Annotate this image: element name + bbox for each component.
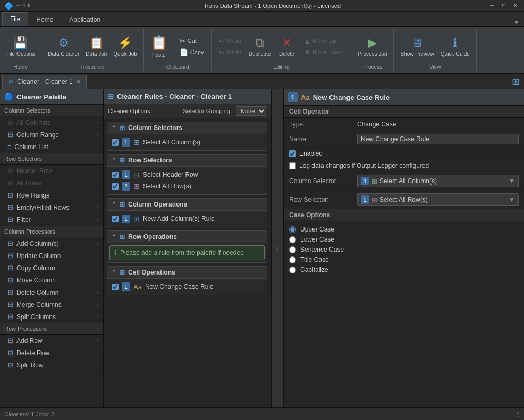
info-icon: ℹ bbox=[114, 248, 117, 257]
palette-item-column-list[interactable]: ≡ Column List › bbox=[0, 141, 103, 153]
palette-item-all-rows[interactable]: ⊞ All Rows › bbox=[0, 177, 103, 189]
doc-tab-close[interactable]: ✕ bbox=[76, 79, 81, 85]
rule-section-cell-operations: ⌃ ⊞ Cell Operations 1 Aa New Change Case… bbox=[107, 266, 267, 295]
data-job-button[interactable]: 📋 Data Job bbox=[83, 35, 109, 58]
ribbon-expand-icon[interactable]: ▼ bbox=[513, 19, 524, 26]
palette-title: Cleaner Palette bbox=[16, 93, 66, 101]
minimize-button[interactable]: ─ bbox=[488, 2, 496, 10]
column-list-icon: ≡ bbox=[7, 143, 12, 151]
palette-item-add-columns[interactable]: ⊟ Add Column(s) › bbox=[0, 237, 103, 250]
process-job-button[interactable]: ▶ Process Job bbox=[356, 35, 389, 58]
move-column-label: Move Column bbox=[16, 277, 56, 284]
palette-item-column-range[interactable]: ⊟ Column Range › bbox=[0, 128, 103, 141]
redo-button[interactable]: ↪ Redo bbox=[216, 47, 244, 57]
add-columns-label: Add Column(s) bbox=[16, 240, 59, 247]
delete-button[interactable]: ✕ Delete bbox=[275, 35, 298, 58]
props-name-input[interactable] bbox=[357, 134, 519, 144]
title-case-label: Title Case bbox=[300, 256, 329, 263]
lower-case-radio[interactable] bbox=[289, 236, 296, 243]
rule-section-col-selectors-header[interactable]: ⌃ ⊞ Column Selectors bbox=[107, 122, 267, 134]
cut-button[interactable]: ✂ Cut bbox=[176, 36, 207, 46]
palette-item-merge-columns[interactable]: ⊟ Merge Columns › bbox=[0, 298, 103, 311]
empty-filled-rows-icon: ⊟ bbox=[7, 203, 13, 211]
enabled-checkbox[interactable] bbox=[289, 150, 296, 157]
row-selector-chevron: ▼ bbox=[509, 196, 515, 203]
maximize-button[interactable]: □ bbox=[500, 2, 508, 10]
move-column-icon: ⊟ bbox=[7, 276, 13, 284]
select-all-columns-checkbox[interactable] bbox=[112, 139, 119, 146]
rule-section-col-ops-header[interactable]: ⌃ ⊞ Column Operations bbox=[107, 198, 267, 211]
rule-section-row-ops-header[interactable]: ⌃ ⊞ Row Operations bbox=[107, 230, 267, 243]
quick-guide-button[interactable]: ℹ Quick Guide bbox=[438, 35, 472, 58]
paste-button[interactable]: 📋 Paste bbox=[148, 33, 172, 59]
ribbon-group-home: 💾 File Options Home bbox=[0, 29, 41, 71]
palette-item-filter[interactable]: ⊟ Filter › bbox=[0, 213, 103, 226]
props-enabled-row: Enabled bbox=[284, 148, 524, 160]
undo-button[interactable]: ↩ Undo bbox=[216, 36, 244, 46]
select-all-columns-num: 1 bbox=[122, 138, 130, 147]
rule-section-row-selectors-header[interactable]: ⌃ ⊞ Row Selectors bbox=[107, 154, 267, 167]
move-down-button[interactable]: ▼ Move Down bbox=[300, 47, 346, 57]
props-row-selector-dropdown[interactable]: 2 ⊞ Select All Row(s) ▼ bbox=[357, 193, 519, 206]
palette-item-delete-column[interactable]: ⊟ Delete Column › bbox=[0, 286, 103, 298]
new-add-column-num: 1 bbox=[122, 215, 130, 223]
view-group-label: View bbox=[429, 64, 441, 70]
panel-expand-arrow[interactable]: › bbox=[271, 89, 284, 407]
quick-job-button[interactable]: ⚡ Quick Job bbox=[111, 35, 139, 58]
split-row-icon: ⊟ bbox=[7, 361, 13, 369]
upper-case-radio[interactable] bbox=[289, 226, 296, 233]
select-all-rows-checkbox[interactable] bbox=[112, 183, 119, 190]
copy-button[interactable]: 📄 Copy bbox=[176, 47, 207, 57]
capitalize-radio[interactable] bbox=[289, 267, 296, 273]
props-type-value: Change Case bbox=[357, 121, 519, 128]
col-selectors-title: Column Selectors bbox=[128, 124, 182, 132]
palette-item-update-column[interactable]: ⊟ Update Column › bbox=[0, 250, 103, 262]
new-add-column-checkbox[interactable] bbox=[112, 216, 119, 222]
file-options-button[interactable]: 💾 File Options bbox=[4, 35, 37, 58]
move-up-button[interactable]: ▲ Move Up bbox=[300, 36, 346, 46]
palette-item-delete-row[interactable]: ⊟ Delete Row › bbox=[0, 347, 103, 359]
props-body: Cell Operator Type: Change Case Name: En… bbox=[284, 106, 524, 407]
rule-section-row-ops-body: ℹ Please add a rule from the palette if … bbox=[107, 243, 267, 263]
change-case-checkbox[interactable] bbox=[112, 284, 119, 290]
copy-column-label: Copy Column bbox=[16, 264, 55, 272]
tab-file[interactable]: File bbox=[2, 12, 28, 26]
palette-item-row-range[interactable]: ⊟ Row Range › bbox=[0, 189, 103, 201]
data-cleaner-button[interactable]: ⚙ Data Cleaner bbox=[46, 35, 81, 58]
cut-copy-col: ✂ Cut 📄 Copy bbox=[176, 36, 207, 57]
close-button[interactable]: ✕ bbox=[511, 2, 520, 10]
row-range-chevron: › bbox=[97, 192, 99, 198]
palette-item-all-columns[interactable]: ⊞ All Columns › bbox=[0, 116, 103, 128]
palette-item-split-row[interactable]: ⊟ Split Row › bbox=[0, 359, 103, 371]
props-header-title: New Change Case Rule bbox=[313, 93, 390, 101]
title-case-radio[interactable] bbox=[289, 256, 296, 263]
tab-home[interactable]: Home bbox=[28, 12, 61, 26]
select-header-row-icon: ⊟ bbox=[133, 170, 140, 179]
palette-item-empty-filled-rows[interactable]: ⊟ Empty/Filled Rows › bbox=[0, 201, 103, 213]
duplicate-button[interactable]: ⧉ Duplicate bbox=[247, 35, 273, 58]
cell-ops-collapse-icon: ⌃ bbox=[112, 269, 116, 276]
rule-section-cell-ops-header[interactable]: ⌃ ⊞ Cell Operations bbox=[107, 266, 267, 279]
palette-item-add-row[interactable]: ⊟ Add Row › bbox=[0, 335, 103, 347]
radio-upper-case: Upper Case bbox=[289, 226, 519, 233]
palette-item-move-column[interactable]: ⊟ Move Column › bbox=[0, 274, 103, 286]
col-selector-icon: ⊞ bbox=[371, 177, 377, 185]
select-header-row-checkbox[interactable] bbox=[112, 172, 119, 178]
palette-body: Column Selectors ⊞ All Columns › ⊟ Colum… bbox=[0, 105, 103, 407]
show-preview-button[interactable]: 🖥 Show Preview bbox=[398, 35, 436, 58]
rules-options-bar: Cleaner Options Selector Grouping: None bbox=[104, 104, 271, 118]
lower-case-label: Lower Case bbox=[300, 236, 334, 243]
selector-grouping-dropdown[interactable]: None bbox=[236, 106, 266, 116]
props-col-selector-dropdown[interactable]: 1 ⊞ Select All Column(s) ▼ bbox=[357, 175, 519, 187]
log-data-checkbox[interactable] bbox=[289, 162, 296, 169]
palette-item-split-columns[interactable]: ⊟ Split Columns › bbox=[0, 311, 103, 323]
doc-tab-cleaner1[interactable]: ⚙ Cleaner - Cleaner 1 ✕ bbox=[2, 75, 87, 89]
sentence-case-radio[interactable] bbox=[289, 246, 296, 253]
palette-item-copy-column[interactable]: ⊟ Copy Column › bbox=[0, 262, 103, 274]
col-selectors-collapse-icon: ⌃ bbox=[112, 125, 116, 132]
palette-item-header-row[interactable]: ⊞ Header Row › bbox=[0, 165, 103, 177]
rule-section-cell-ops-body: 1 Aa New Change Case Rule bbox=[107, 279, 267, 295]
tab-application[interactable]: Application bbox=[61, 12, 108, 26]
col-ops-title: Column Operations bbox=[128, 201, 187, 208]
new-add-column-label: New Add Column(s) Rule bbox=[143, 215, 215, 222]
